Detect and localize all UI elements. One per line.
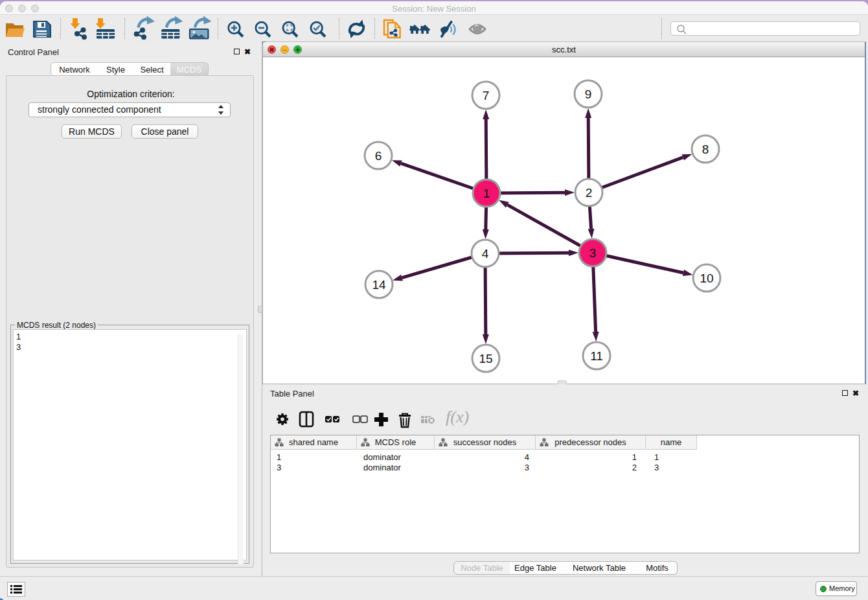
svg-text:11: 11 <box>590 349 603 363</box>
svg-text:2: 2 <box>586 186 593 200</box>
svg-text:9: 9 <box>585 87 592 101</box>
svg-text:3: 3 <box>589 246 597 260</box>
svg-text:10: 10 <box>700 271 713 285</box>
svg-text:7: 7 <box>483 89 490 102</box>
svg-text:6: 6 <box>375 149 382 163</box>
svg-text:8: 8 <box>702 143 709 156</box>
svg-text:14: 14 <box>372 278 386 292</box>
svg-text:15: 15 <box>479 352 492 365</box>
svg-text:4: 4 <box>482 247 489 260</box>
svg-text:1: 1 <box>483 187 490 200</box>
